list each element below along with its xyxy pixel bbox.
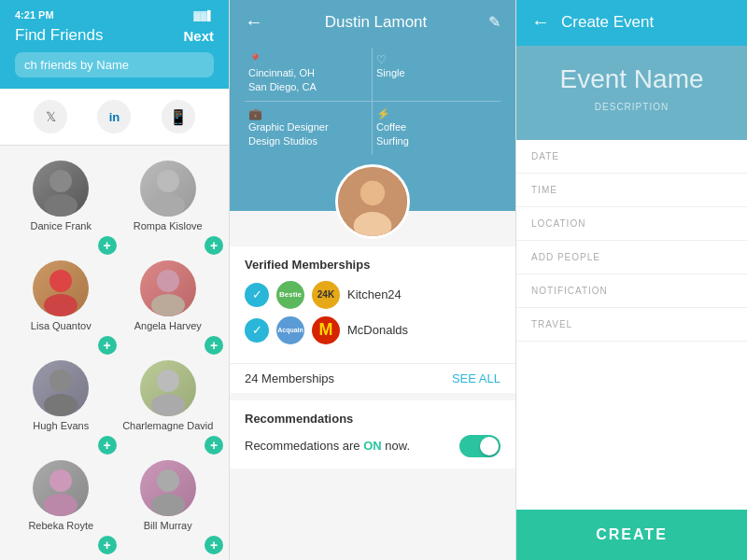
relationship-cell: ♡ Single [373, 48, 500, 102]
friends-grid: + Danice Frank + Rompa Kislove + Lisa Qu… [0, 146, 229, 560]
create-button[interactable]: CREATE [516, 510, 747, 560]
check-icon: ✓ [245, 318, 269, 343]
location-icon: 📍 [248, 53, 368, 66]
friend-name: Hugh Evans [33, 420, 89, 431]
svg-point-7 [151, 294, 185, 316]
svg-point-3 [151, 194, 185, 217]
memberships-title: Verified Memberships [245, 258, 500, 272]
add-friend-button[interactable]: + [204, 236, 223, 255]
add-friend-button[interactable]: + [98, 336, 117, 355]
list-item: + Lisa Quantov [7, 253, 115, 353]
list-item: + Danice Frank [7, 153, 115, 253]
check-icon: ✓ [245, 283, 269, 307]
24k-badge: 24K [312, 281, 340, 309]
twitter-icon[interactable]: 𝕏 [34, 100, 67, 133]
add-friend-button[interactable]: + [98, 436, 117, 455]
add-people-label: ADD PEOPLE [531, 252, 732, 262]
memberships-count: 24 Memberships [245, 371, 334, 385]
phone-icon[interactable]: 📱 [162, 100, 195, 133]
acquain-badge: Acquain [276, 316, 304, 344]
add-friend-button[interactable]: + [204, 336, 223, 355]
svg-point-1 [44, 194, 78, 217]
membership-row: ✓ Bestie 24K Kitchen24 [245, 281, 500, 309]
profile-photo-wrap [230, 164, 515, 239]
travel-field[interactable]: TRAVEL [516, 308, 747, 342]
see-all-button[interactable]: SEE ALL [452, 371, 500, 385]
notification-field[interactable]: NOTIFICATION [516, 274, 747, 308]
svg-point-15 [151, 494, 185, 516]
notification-label: NOTIFICATION [531, 286, 732, 296]
date-field[interactable]: DATE [516, 140, 747, 174]
profile-photo [335, 164, 410, 239]
list-item: + Angela Harvey [115, 253, 222, 353]
social-icons-row: 𝕏 in 📱 [0, 89, 229, 146]
work-icon: 💼 [248, 107, 368, 120]
friend-name: Danice Frank [31, 220, 92, 231]
toggle-switch[interactable] [459, 435, 500, 457]
recommendations-toggle: Recommedations are ON now. [245, 435, 500, 457]
battery-icon: ▓▓▌ [193, 10, 214, 21]
friend-name: Angela Harvey [134, 320, 202, 331]
add-people-field[interactable]: ADD PEOPLE [516, 241, 747, 274]
panel1-header: 4:21 PM ▓▓▌ Find Friends Next ch friends… [0, 0, 229, 89]
svg-point-10 [157, 370, 179, 392]
friend-name: Bill Murray [144, 520, 192, 531]
avatar [140, 161, 196, 217]
time-label: TIME [531, 185, 732, 195]
friend-name: Rebeka Royte [28, 520, 93, 531]
location-cell: 📍 Cincinnati, OHSan Diego, CA [245, 48, 373, 102]
edit-icon[interactable]: ✎ [488, 13, 500, 31]
back-button[interactable]: ← [531, 11, 550, 33]
avatar [33, 360, 89, 416]
description-label: DESCRIPTION [595, 102, 669, 112]
next-button[interactable]: Next [183, 28, 214, 44]
create-event-panel: ← Create Event DESCRIPTION DATE TIME LOC… [516, 0, 747, 560]
avatar [140, 460, 196, 516]
add-friend-button[interactable]: + [204, 436, 223, 455]
header-row: Find Friends Next [15, 26, 214, 45]
mc-badge: M [312, 316, 340, 344]
profile-nav: ← Dustin Lamont ✎ [230, 0, 515, 40]
svg-point-5 [44, 294, 78, 316]
svg-point-14 [157, 469, 179, 492]
svg-point-6 [157, 270, 179, 292]
add-friend-button[interactable]: + [98, 536, 117, 554]
rec-on-label: ON [363, 439, 382, 453]
avatar [140, 260, 196, 316]
svg-point-18 [354, 212, 392, 239]
travel-label: TRAVEL [531, 319, 732, 329]
event-name-section: DESCRIPTION [516, 46, 747, 140]
list-item: + Rompa Kislove [115, 153, 222, 253]
interests-icon: ⚡ [376, 107, 497, 120]
svg-point-9 [44, 394, 78, 416]
profile-name: Dustin Lamont [325, 13, 428, 32]
form-fields: DATE TIME LOCATION ADD PEOPLE NOTIFICATI… [516, 140, 747, 510]
friend-name: Rompa Kislove [134, 220, 203, 231]
memberships-footer: 24 Memberships SEE ALL [230, 363, 515, 393]
svg-point-2 [157, 170, 179, 192]
relationship-text: Single [376, 66, 497, 80]
add-friend-button[interactable]: + [204, 536, 223, 554]
heart-icon: ♡ [376, 53, 497, 66]
friend-name: Lisa Quantov [31, 320, 92, 331]
svg-point-19 [360, 180, 385, 204]
add-friend-button[interactable]: + [98, 236, 117, 255]
bestie-badge: Bestie [276, 281, 304, 309]
interests-cell: ⚡ CoffeeSurfing [373, 102, 500, 155]
toggle-knob [480, 437, 499, 455]
time-field[interactable]: TIME [516, 174, 747, 207]
list-item: + Charlemagne David [115, 353, 222, 453]
search-bar-label[interactable]: ch friends by Name [15, 52, 214, 77]
svg-point-13 [44, 494, 78, 516]
membership-name: Kitchen24 [347, 287, 402, 301]
panel1-title: Find Friends [15, 26, 103, 45]
location-field[interactable]: LOCATION [516, 207, 747, 241]
avatar [33, 460, 89, 516]
memberships-section: Verified Memberships ✓ Bestie 24K Kitche… [230, 246, 515, 363]
svg-point-11 [151, 394, 185, 416]
find-friends-panel: 4:21 PM ▓▓▌ Find Friends Next ch friends… [0, 0, 229, 560]
back-button[interactable]: ← [245, 11, 263, 33]
linkedin-icon[interactable]: in [97, 100, 131, 133]
membership-name: McDonalds [347, 323, 408, 337]
event-name-input[interactable] [531, 64, 732, 94]
